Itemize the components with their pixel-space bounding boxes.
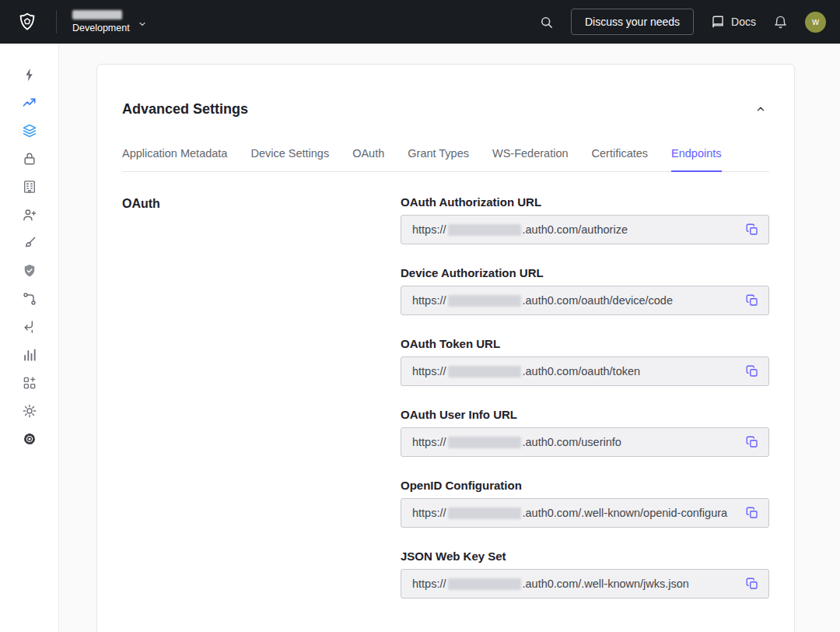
endpoint-field-openid-configuration: OpenID Configurationhttps://.auth0.com/.…	[401, 479, 769, 528]
field-label: Device Authorization URL	[401, 266, 769, 279]
endpoint-field-device-authorization-url: Device Authorization URLhttps://.auth0.c…	[401, 266, 769, 315]
tab-application-metadata[interactable]: Application Metadata	[122, 147, 227, 172]
hook-icon	[22, 291, 37, 307]
tab-endpoints[interactable]: Endpoints	[671, 147, 722, 172]
url-suffix: .auth0.com/authorize	[523, 223, 628, 236]
url-suffix: .auth0.com/.well-known/jwks.json	[523, 578, 689, 590]
sidebar-item-extensions[interactable]	[16, 397, 44, 425]
tab-device-settings[interactable]: Device Settings	[250, 147, 329, 172]
endpoint-field-oauth-user-info-url: OAuth User Info URLhttps://.auth0.com/us…	[401, 408, 769, 457]
chevron-down-icon	[138, 19, 147, 29]
sidebar-item-marketplace[interactable]	[16, 369, 44, 397]
tenant-domain-redacted	[448, 224, 521, 236]
sun-gear-icon	[22, 403, 37, 419]
tab-oauth[interactable]: OAuth	[352, 147, 384, 172]
header-divider	[56, 10, 57, 33]
url-suffix: .auth0.com/oauth/device/code	[523, 294, 673, 307]
copy-button[interactable]	[741, 290, 763, 311]
sidebar-item-monitoring[interactable]	[16, 341, 44, 369]
url-suffix: .auth0.com/oauth/token	[523, 365, 641, 377]
tenant-domain-redacted	[448, 578, 521, 590]
discuss-needs-button[interactable]: Discuss your needs	[571, 9, 694, 35]
tab-panel-endpoints: OAuth OAuth Authorization URLhttps://.au…	[122, 195, 769, 620]
search-icon[interactable]	[539, 15, 554, 30]
field-label: OAuth Authorization URL	[401, 195, 769, 209]
tenant-info: Development	[72, 10, 130, 33]
tenant-domain-redacted	[448, 507, 521, 519]
advanced-settings-card: Advanced Settings Application MetadataDe…	[96, 64, 795, 632]
sidebar	[0, 44, 59, 632]
tenant-name-redacted	[72, 10, 122, 19]
copy-button[interactable]	[741, 502, 763, 524]
sidebar-item-actions[interactable]	[16, 285, 44, 313]
docs-link[interactable]: Docs	[711, 15, 756, 29]
sidebar-item-auth-pipeline[interactable]	[16, 313, 44, 341]
collapse-chevron-button[interactable]	[752, 100, 769, 118]
trend-icon	[22, 95, 37, 111]
tab-ws-federation[interactable]: WS-Federation	[492, 147, 569, 172]
app-root: Development Discuss your needs Docs w	[0, 0, 840, 632]
bell-icon[interactable]	[773, 15, 788, 30]
endpoint-url-input[interactable]: https://.auth0.com/oauth/token	[401, 356, 769, 386]
tab-grant-types[interactable]: Grant Types	[408, 147, 469, 172]
user-plus-icon	[22, 207, 37, 223]
url-prefix: https://	[412, 365, 446, 377]
copy-button[interactable]	[741, 573, 763, 595]
tenant-switcher[interactable]: Development	[72, 10, 147, 33]
tab-list: Application MetadataDevice SettingsOAuth…	[122, 147, 769, 172]
url-prefix: https://	[412, 294, 446, 307]
field-label: OAuth User Info URL	[401, 408, 769, 421]
url-suffix: .auth0.com/.well-known/openid-configura	[523, 507, 728, 519]
brush-icon	[22, 235, 37, 251]
app-shell: Advanced Settings Application MetadataDe…	[0, 44, 840, 632]
lock-icon	[22, 151, 37, 167]
sidebar-item-applications[interactable]	[16, 117, 44, 145]
field-label: OpenID Configuration	[401, 479, 769, 492]
grid-plus-icon	[22, 375, 37, 391]
sidebar-item-branding[interactable]	[16, 229, 44, 257]
copy-button[interactable]	[741, 360, 763, 382]
docs-label: Docs	[731, 16, 756, 28]
sidebar-item-getting-started[interactable]	[16, 61, 44, 89]
building-icon	[22, 179, 37, 195]
layers-icon	[22, 123, 37, 139]
endpoint-field-oauth-token-url: OAuth Token URLhttps://.auth0.com/oauth/…	[401, 337, 769, 386]
shield-check-icon	[22, 263, 37, 279]
endpoint-url-input[interactable]: https://.auth0.com/.well-known/openid-co…	[401, 498, 769, 528]
avatar[interactable]: w	[805, 12, 826, 33]
endpoint-url-input[interactable]: https://.auth0.com/oauth/device/code	[401, 286, 769, 315]
url-prefix: https://	[412, 507, 446, 519]
pipeline-icon	[22, 319, 37, 335]
sidebar-item-activity[interactable]	[16, 89, 44, 117]
sidebar-item-security[interactable]	[16, 257, 44, 285]
endpoint-field-json-web-key-set: JSON Web Key Sethttps://.auth0.com/.well…	[401, 549, 769, 599]
book-icon	[711, 15, 725, 29]
bar-chart-icon	[22, 347, 37, 363]
tab-certificates[interactable]: Certificates	[592, 147, 649, 172]
sidebar-item-organizations[interactable]	[16, 173, 44, 201]
url-prefix: https://	[412, 223, 446, 236]
main-content: Advanced Settings Application MetadataDe…	[59, 44, 840, 632]
endpoint-url-input[interactable]: https://.auth0.com/userinfo	[401, 427, 769, 457]
sidebar-item-authentication[interactable]	[16, 145, 44, 173]
tenant-domain-redacted	[448, 295, 521, 307]
field-label: JSON Web Key Set	[401, 549, 769, 563]
section-label: OAuth	[122, 195, 401, 620]
sidebar-item-settings[interactable]	[16, 425, 44, 453]
copy-button[interactable]	[741, 219, 763, 241]
sidebar-item-user-management[interactable]	[16, 201, 44, 229]
url-prefix: https://	[412, 436, 446, 448]
card-title: Advanced Settings	[122, 101, 248, 118]
auth0-logo[interactable]	[16, 10, 39, 33]
url-suffix: .auth0.com/userinfo	[523, 436, 621, 448]
top-header: Development Discuss your needs Docs w	[0, 0, 840, 44]
fields-column: OAuth Authorization URLhttps://.auth0.co…	[401, 195, 769, 620]
url-prefix: https://	[412, 578, 446, 590]
tenant-environment: Development	[72, 23, 130, 33]
endpoint-url-input[interactable]: https://.auth0.com/authorize	[401, 215, 769, 244]
tenant-domain-redacted	[448, 437, 521, 448]
copy-button[interactable]	[741, 431, 763, 453]
endpoint-url-input[interactable]: https://.auth0.com/.well-known/jwks.json	[401, 569, 769, 599]
tenant-domain-redacted	[448, 366, 521, 377]
endpoint-field-oauth-authorization-url: OAuth Authorization URLhttps://.auth0.co…	[401, 195, 769, 244]
